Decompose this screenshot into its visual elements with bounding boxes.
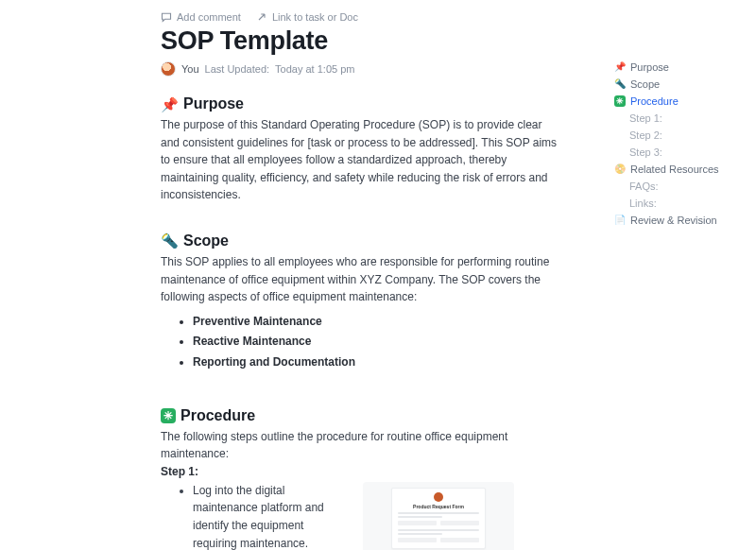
outline-nav: 📌 Purpose 🔦 Scope ✳ Procedure Step 1: St… [614, 59, 747, 229]
outline-item-faqs[interactable]: FAQs: [614, 178, 747, 195]
author-name: You [181, 63, 199, 75]
outline-label: FAQs: [629, 180, 659, 192]
outline-item-links[interactable]: Links: [614, 195, 747, 212]
outline-label: Scope [630, 78, 660, 90]
outline-label: Step 1: [629, 112, 662, 124]
outline-label: Step 2: [629, 129, 662, 141]
procedure-heading-text: Procedure [180, 407, 255, 424]
outline-item-procedure[interactable]: ✳ Procedure [614, 93, 747, 110]
purpose-body: The purpose of this Standard Operating P… [161, 116, 559, 204]
link-task-label: Link to task or Doc [272, 11, 358, 23]
list-item: Log into the digital maintenance platfor… [193, 482, 350, 550]
outline-item-step3[interactable]: Step 3: [614, 144, 747, 161]
list-item: Preventive Maintenance [193, 312, 559, 333]
outline-item-purpose[interactable]: 📌 Purpose [614, 59, 747, 76]
pushpin-icon: 📌 [161, 97, 179, 112]
procedure-intro: The following steps outline the procedur… [161, 428, 559, 463]
outline-label: Purpose [630, 61, 669, 73]
section-heading-procedure: ✳ Procedure [161, 407, 559, 424]
doc-toolbar: Add comment Link to task or Doc [161, 11, 559, 23]
page-icon: 📄 [614, 215, 626, 225]
outline-label: Step 3: [629, 146, 662, 158]
link-arrow-icon [256, 11, 267, 23]
section-heading-purpose: 📌 Purpose [161, 95, 559, 112]
outline-label: Procedure [630, 95, 679, 107]
speech-bubble-icon [161, 11, 172, 23]
step-1-row: Log into the digital maintenance platfor… [161, 482, 559, 550]
purpose-heading-text: Purpose [183, 95, 244, 112]
outline-item-scope[interactable]: 🔦 Scope [614, 76, 747, 93]
outline-item-step1[interactable]: Step 1: [614, 110, 747, 127]
outline-label: Related Resources [630, 163, 719, 175]
flashlight-icon: 🔦 [161, 233, 179, 248]
form-preview-image[interactable]: Product Request Form [363, 482, 514, 550]
add-comment-label: Add comment [177, 11, 241, 23]
avatar[interactable] [161, 61, 176, 77]
step-1-list: Log into the digital maintenance platfor… [161, 482, 350, 550]
scope-body: This SOP applies to all employees who ar… [161, 253, 559, 306]
meta-row: You Last Updated: Today at 1:05 pm [161, 61, 559, 77]
add-comment-button[interactable]: Add comment [161, 11, 241, 23]
outline-item-review[interactable]: 📄 Review & Revision [614, 212, 747, 229]
section-heading-scope: 🔦 Scope [161, 232, 559, 249]
list-item: Reporting and Documentation [193, 352, 559, 373]
flashlight-icon: 🔦 [614, 79, 626, 89]
scope-heading-text: Scope [183, 232, 229, 249]
page-title: SOP Template [161, 26, 559, 56]
document-main: Add comment Link to task or Doc SOP Temp… [0, 0, 586, 550]
asterisk-square-icon: ✳ [161, 408, 176, 423]
step-1-label: Step 1: [161, 465, 559, 478]
form-avatar-icon [434, 492, 443, 502]
updated-label: Last Updated: [205, 63, 270, 75]
form-title: Product Request Form [398, 504, 479, 509]
form-card: Product Request Form [391, 488, 486, 549]
disc-icon: 📀 [614, 164, 626, 174]
scope-bullet-list: Preventive Maintenance Reactive Maintena… [161, 312, 559, 373]
list-item: Reactive Maintenance [193, 332, 559, 352]
asterisk-square-icon: ✳ [614, 95, 626, 107]
outline-label: Review & Revision [630, 215, 717, 226]
outline-label: Links: [629, 198, 657, 209]
link-task-button[interactable]: Link to task or Doc [256, 11, 358, 23]
updated-value: Today at 1:05 pm [275, 63, 354, 75]
outline-item-step2[interactable]: Step 2: [614, 127, 747, 144]
pushpin-icon: 📌 [614, 62, 626, 72]
outline-item-related[interactable]: 📀 Related Resources [614, 161, 747, 178]
